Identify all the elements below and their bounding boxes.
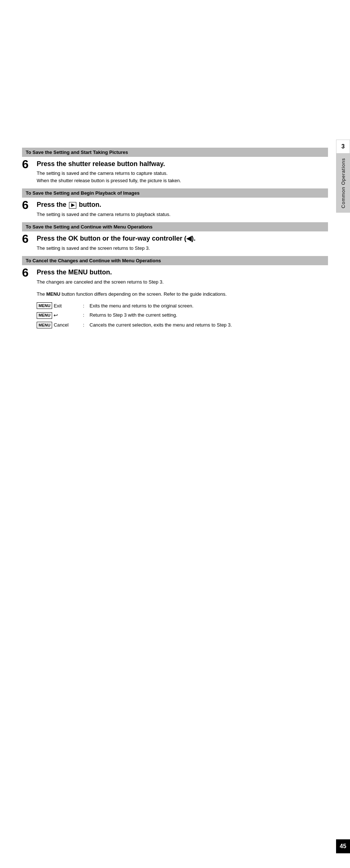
step-title-3: Press the OK button or the four-way cont… <box>37 234 328 243</box>
section-bar-save-pictures: To Save the Setting and Start Taking Pic… <box>22 148 328 157</box>
step-row-3: 6 Press the OK button or the four-way co… <box>22 234 328 252</box>
section-bar-cancel-menu: To Cancel the Changes and Continue with … <box>22 256 328 265</box>
step-number-4: 6 <box>22 267 37 278</box>
step-title-prefix-3: Press the <box>37 235 68 242</box>
menu-list-item-return: MENU ↩ : Returns to Step 3 with the curr… <box>37 311 328 319</box>
menu-list-left-exit: MENU Exit <box>37 302 81 310</box>
step-title-suffix-4: button. <box>88 269 112 276</box>
step-desc-1: The setting is saved and the camera retu… <box>37 170 328 184</box>
section-cancel-menu: To Cancel the Changes and Continue with … <box>22 256 328 328</box>
menu-badge-exit: MENU <box>37 302 52 309</box>
ok-button-label: OK <box>68 235 78 242</box>
step-title-prefix-4: Press the <box>37 269 68 276</box>
step-desc-3: The setting is saved and the screen retu… <box>37 245 328 252</box>
page-container: 3 Common Operations 45 To Save the Setti… <box>0 0 350 868</box>
menu-colon-return: : <box>83 311 87 319</box>
menu-list-item-exit: MENU Exit : Exits the menu and returns t… <box>37 302 328 310</box>
step-title-2: Press the ▶ button. <box>37 201 328 209</box>
step-desc-4: The changes are canceled and the screen … <box>37 278 328 286</box>
undo-icon: ↩ <box>54 311 58 319</box>
menu-badge-return: MENU <box>37 312 52 319</box>
step-number-1: 6 <box>22 158 37 170</box>
menu-extra-note: The MENU button function differs dependi… <box>37 291 328 329</box>
chapter-tab: 3 Common Operations <box>336 140 350 213</box>
chapter-title: Common Operations <box>338 154 349 213</box>
step-content-3: Press the OK button or the four-way cont… <box>37 234 328 252</box>
step-row-1: 6 Press the shutter release button halfw… <box>22 160 328 184</box>
step-number-3: 6 <box>22 233 37 245</box>
step-number-2: 6 <box>22 199 37 211</box>
step-row-2: 6 Press the ▶ button. The setting is sav… <box>22 201 328 218</box>
section-bar-save-playback: To Save the Setting and Begin Playback o… <box>22 188 328 198</box>
step-title-middle-3: button or the four-way controller (◀). <box>78 235 196 242</box>
menu-desc-exit: Exits the menu and returns to the origin… <box>90 302 328 310</box>
step-content-1: Press the shutter release button halfway… <box>37 160 328 184</box>
chapter-number: 3 <box>336 140 350 154</box>
step-row-4: 6 Press the MENU button. The changes are… <box>22 268 328 285</box>
menu-note-text: The MENU button function differs dependi… <box>37 291 328 298</box>
section-save-menu: To Save the Setting and Continue with Me… <box>22 222 328 252</box>
step-title-suffix-2: button. <box>77 201 101 208</box>
page-number: 45 <box>336 839 350 853</box>
menu-list-left-return: MENU ↩ <box>37 311 81 319</box>
menu-action-cancel: Cancel <box>54 321 68 329</box>
menu-colon-exit: : <box>83 302 87 310</box>
menu-list: MENU Exit : Exits the menu and returns t… <box>37 302 328 329</box>
step-title-1: Press the shutter release button halfway… <box>37 160 328 168</box>
menu-badge-cancel: MENU <box>37 322 52 328</box>
menu-button-label: MENU <box>68 269 88 276</box>
step-title-prefix-2: Press the <box>37 201 68 208</box>
main-content: To Save the Setting and Start Taking Pic… <box>22 0 328 329</box>
menu-list-item-cancel: MENU Cancel : Cancels the current select… <box>37 321 328 329</box>
section-bar-save-menu: To Save the Setting and Continue with Me… <box>22 222 328 231</box>
step-content-2: Press the ▶ button. The setting is saved… <box>37 201 328 218</box>
menu-action-exit: Exit <box>54 302 62 310</box>
step-content-4: Press the MENU button. The changes are c… <box>37 268 328 285</box>
playback-button-icon: ▶ <box>69 202 76 209</box>
menu-list-left-cancel: MENU Cancel <box>37 321 81 329</box>
step-desc-2: The setting is saved and the camera retu… <box>37 211 328 218</box>
section-save-playback: To Save the Setting and Begin Playback o… <box>22 188 328 218</box>
menu-colon-cancel: : <box>83 321 87 329</box>
section-save-pictures: To Save the Setting and Start Taking Pic… <box>22 148 328 184</box>
step-title-4: Press the MENU button. <box>37 268 328 277</box>
menu-desc-return: Returns to Step 3 with the current setti… <box>90 311 328 319</box>
menu-desc-cancel: Cancels the current selection, exits the… <box>90 321 328 329</box>
